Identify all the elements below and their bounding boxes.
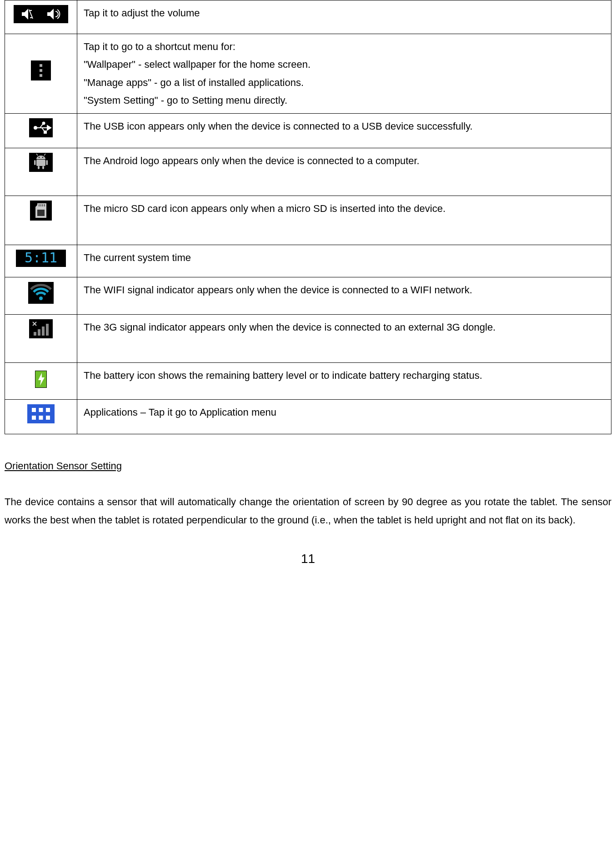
desc-text: Tap it to adjust the volume [84,7,200,19]
svg-point-13 [43,122,45,124]
svg-point-34 [39,296,43,300]
icon-cell-menu [5,34,77,113]
svg-rect-49 [46,408,50,412]
desc-cell: Tap it to adjust the volume [77,0,611,34]
icon-cell-time: 5:11 [5,245,77,277]
svg-rect-15 [44,131,46,133]
table-row: The WIFI signal indicator appears only w… [5,277,611,315]
overflow-menu-icon [31,60,51,86]
time-label: 5:11 [25,250,57,266]
android-icon [29,153,53,178]
svg-rect-38 [42,327,45,336]
signal-3g-icon [29,319,53,344]
icon-cell-apps [5,400,77,434]
svg-rect-52 [46,416,50,420]
svg-rect-5 [40,64,42,67]
svg-rect-21 [36,160,45,166]
svg-rect-48 [39,408,43,412]
clock-icon: 5:11 [16,250,66,273]
svg-rect-7 [40,74,42,77]
desc-text: Applications – Tap it go to Application … [84,407,276,418]
svg-rect-28 [39,204,40,206]
desc-cell: The 3G signal indicator appears only whe… [77,314,611,362]
wifi-icon [28,282,54,310]
svg-rect-31 [44,204,45,206]
desc-cell: Tap it to go to a shortcut menu for: "Wa… [77,34,611,113]
svg-rect-23 [46,160,48,165]
table-row: 5:11 The current system time [5,245,611,277]
svg-point-20 [42,156,43,157]
desc-text: The WIFI signal indicator appears only w… [84,284,472,296]
svg-rect-27 [37,210,45,216]
sd-card-icon [30,201,52,226]
icon-cell-sd [5,196,77,245]
svg-rect-47 [32,408,36,412]
body-paragraph: The device contains a sensor that will a… [5,493,611,529]
desc-text: The current system time [84,252,191,263]
icon-cell-usb [5,113,77,148]
table-row: The micro SD card icon appears only when… [5,196,611,245]
battery-icon [32,367,50,395]
svg-rect-46 [27,404,55,423]
desc-cell: The micro SD card icon appears only when… [77,196,611,245]
icon-description-table: Tap it to adjust the volume Tap it to go… [5,0,611,434]
desc-cell: The current system time [77,245,611,277]
svg-rect-43 [38,368,44,371]
page-number: 11 [5,548,611,570]
usb-icon [29,118,53,143]
section-heading: Orientation Sensor Setting [5,457,611,475]
svg-rect-6 [40,69,42,72]
icon-cell-wifi [5,277,77,315]
table-row: Applications – Tap it go to Application … [5,400,611,434]
desc-text: The USB icon appears only when the devic… [84,121,473,132]
svg-rect-24 [38,166,40,169]
desc-text: The 3G signal indicator appears only whe… [84,322,496,333]
icon-cell-android [5,148,77,196]
desc-cell: The WIFI signal indicator appears only w… [77,277,611,315]
svg-rect-29 [40,204,41,206]
desc-text: The battery icon shows the remaining bat… [84,370,482,381]
table-row: Tap it to go to a shortcut menu for: "Wa… [5,34,611,113]
table-row: The USB icon appears only when the devic… [5,113,611,148]
svg-rect-25 [42,166,44,169]
table-row: Tap it to adjust the volume [5,0,611,34]
svg-rect-51 [39,416,43,420]
icon-cell-battery [5,362,77,400]
desc-cell: Applications – Tap it go to Application … [77,400,611,434]
apps-grid-icon [27,404,55,429]
icon-cell-3g [5,314,77,362]
table-row: The 3G signal indicator appears only whe… [5,314,611,362]
volume-icon [14,5,68,29]
desc-text: The Android logo appears only when the d… [84,155,420,166]
desc-text: "Wallpaper" - select wallpaper for the h… [84,55,605,74]
svg-rect-50 [32,416,36,420]
svg-point-19 [39,156,40,157]
desc-text: The micro SD card icon appears only when… [84,203,446,214]
desc-cell: The battery icon shows the remaining bat… [77,362,611,400]
svg-rect-30 [42,204,43,206]
desc-cell: The USB icon appears only when the devic… [77,113,611,148]
desc-cell: The Android logo appears only when the d… [77,148,611,196]
svg-rect-36 [34,332,36,336]
icon-cell-volume [5,0,77,34]
table-row: The battery icon shows the remaining bat… [5,362,611,400]
svg-rect-22 [34,160,36,165]
desc-text: Tap it to go to a shortcut menu for: [84,38,605,56]
desc-text: "Manage apps" - go a list of installed a… [84,74,605,92]
svg-rect-37 [38,329,40,336]
svg-rect-39 [46,324,49,336]
desc-text: "System Setting" - go to Setting menu di… [84,91,605,110]
table-row: The Android logo appears only when the d… [5,148,611,196]
